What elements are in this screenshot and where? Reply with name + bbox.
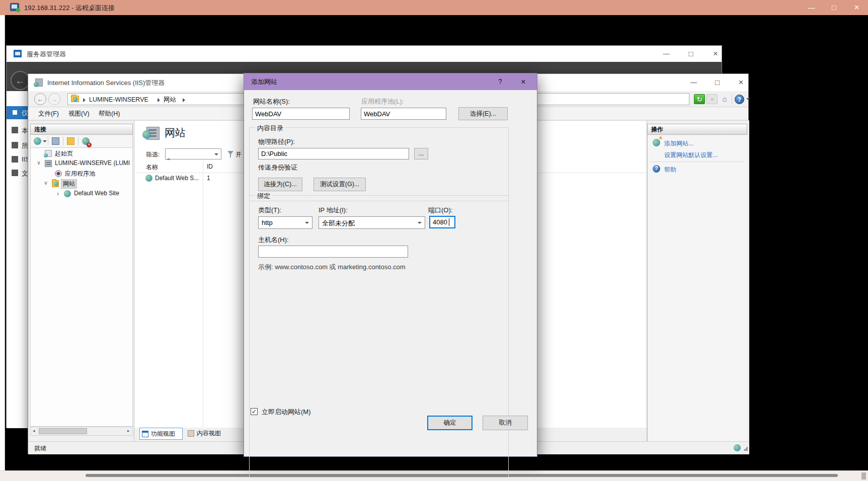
add-website-dialog: 添加网站 网站名称(S): 应用程序池(L): 选择(E)... 内容目录 物理…	[244, 73, 537, 457]
action-set-defaults[interactable]: 设置网站默认设置...	[648, 149, 748, 159]
back-button[interactable]	[34, 93, 46, 105]
app-pool-input[interactable]	[361, 108, 446, 120]
scrollbar-thumb[interactable]	[39, 428, 87, 434]
actions-panel: 添加网站... 设置网站默认设置... 帮助	[647, 135, 747, 442]
connections-tree: 起始页 LUMINE-WINSERVE (LUMI 应用程序池 网站	[30, 148, 133, 427]
select-app-pool-button[interactable]: 选择(E)...	[458, 107, 508, 120]
minimize-button[interactable]	[655, 46, 678, 62]
minimize-button[interactable]	[682, 74, 705, 91]
save-connections-icon[interactable]	[52, 137, 59, 145]
create-connection-icon[interactable]	[34, 137, 41, 145]
site-globe-icon	[145, 175, 152, 182]
maximize-button[interactable]	[823, 0, 845, 15]
scroll-left-icon[interactable]	[33, 428, 35, 433]
filter-go-icon[interactable]	[227, 151, 233, 155]
ip-address-label: IP 地址(I):	[319, 206, 348, 215]
browse-button[interactable]: ...	[414, 148, 428, 159]
close-button[interactable]	[845, 0, 868, 15]
ip-address-select[interactable]: 全部未分配	[319, 216, 425, 229]
expand-icon[interactable]	[57, 190, 59, 197]
filter-combobox[interactable]	[165, 148, 221, 159]
dialog-help-button[interactable]	[489, 73, 512, 90]
type-label: 类型(T):	[258, 206, 281, 215]
stop-button[interactable]	[706, 94, 718, 104]
start-website-checkbox[interactable]	[251, 408, 258, 415]
tab-content-view[interactable]: 内容视图	[186, 428, 229, 440]
connections-header: 连接	[30, 124, 133, 135]
filter-go-label[interactable]: 开	[235, 150, 242, 159]
filter-label: 筛选:	[146, 150, 160, 159]
maximize-button[interactable]	[679, 46, 702, 62]
dialog-title: 添加网站	[251, 77, 277, 87]
site-globe-icon	[64, 190, 71, 197]
sort-ascending-icon	[167, 158, 171, 160]
tab-features-view[interactable]: 功能视图	[139, 428, 183, 440]
breadcrumb-arrow-icon	[83, 98, 86, 102]
action-add-website[interactable]: 添加网站...	[648, 138, 748, 148]
close-button[interactable]	[730, 74, 752, 91]
menu-help[interactable]: 帮助(H)	[99, 110, 120, 118]
start-page-icon	[45, 150, 52, 157]
rdp-titlebar[interactable]: 192.168.31.222 - 远程桌面连接	[0, 0, 868, 15]
chevron-down-icon	[418, 222, 422, 224]
ok-button[interactable]: 确定	[427, 416, 472, 430]
column-divider[interactable]	[203, 161, 203, 428]
dialog-close-button[interactable]	[512, 73, 535, 90]
physical-path-input[interactable]	[258, 148, 409, 159]
minimize-button[interactable]	[800, 0, 823, 15]
tree-item-app-pools[interactable]: 应用程序池	[31, 169, 132, 179]
server-manager-titlebar[interactable]: 服务器管理器	[7, 46, 722, 62]
port-input[interactable]: 4080	[429, 216, 455, 228]
sites-folder-icon	[52, 180, 59, 187]
host-name-input[interactable]	[258, 246, 408, 258]
add-website-icon	[653, 139, 660, 146]
chevron-down-icon	[214, 153, 218, 155]
scroll-right-icon[interactable]	[127, 428, 130, 433]
resize-grip[interactable]	[744, 446, 748, 451]
breadcrumb-item-sites[interactable]: 网站	[164, 96, 176, 104]
maximize-button[interactable]	[706, 74, 729, 91]
menu-view[interactable]: 视图(V)	[68, 110, 90, 118]
forward-button[interactable]	[48, 93, 60, 105]
refresh-button[interactable]	[694, 94, 705, 104]
status-text: 就绪	[34, 444, 46, 453]
rdp-left-edge	[0, 15, 5, 470]
type-select[interactable]: http	[258, 216, 312, 229]
help-button[interactable]	[735, 95, 744, 104]
collapse-icon[interactable]	[44, 180, 48, 186]
page-title: 网站	[165, 126, 186, 140]
test-settings-button[interactable]: 测试设置(G)...	[313, 178, 366, 191]
tree-item-start-page[interactable]: 起始页	[31, 148, 132, 158]
connections-toolbar	[30, 135, 133, 148]
iis-window-title: Internet Information Services (IIS)管理器	[47, 78, 165, 88]
menu-file[interactable]: 文件(F)	[38, 110, 59, 118]
close-button[interactable]	[704, 46, 727, 62]
connection-dropdown-icon[interactable]	[43, 140, 47, 142]
folder-icon	[12, 170, 18, 176]
back-button[interactable]	[11, 71, 30, 90]
column-header-name[interactable]: 名称	[146, 163, 158, 172]
tree-item-default-web-site[interactable]: Default Web Site	[31, 189, 132, 199]
up-folder-icon[interactable]	[67, 137, 74, 145]
binding-label: 绑定	[255, 192, 272, 201]
physical-path-label: 物理路径(P):	[258, 137, 295, 146]
tree-item-server[interactable]: LUMINE-WINSERVE (LUMI	[31, 158, 132, 169]
connections-hscrollbar[interactable]	[30, 427, 133, 436]
connect-as-button[interactable]: 连接为(C)...	[258, 178, 302, 191]
disconnect-icon[interactable]	[82, 137, 90, 145]
start-website-label[interactable]: 立即启动网站(M)	[262, 408, 311, 417]
collapse-icon[interactable]	[37, 159, 41, 166]
help-dropdown-icon[interactable]	[746, 98, 750, 100]
tree-item-sites[interactable]: 网站	[31, 179, 132, 189]
rdp-icon	[10, 3, 19, 11]
breadcrumb-item-server[interactable]: LUMINE-WINSERVE	[89, 96, 148, 104]
home-button[interactable]	[719, 94, 730, 104]
server-icon	[45, 160, 52, 167]
action-help[interactable]: 帮助	[648, 164, 748, 174]
help-icon	[653, 165, 660, 173]
site-name-input[interactable]	[252, 108, 350, 120]
cancel-button[interactable]: 取消	[483, 416, 528, 430]
dialog-titlebar[interactable]: 添加网站	[244, 73, 537, 90]
column-header-id[interactable]: ID	[207, 163, 213, 170]
dashboard-icon	[12, 109, 18, 116]
